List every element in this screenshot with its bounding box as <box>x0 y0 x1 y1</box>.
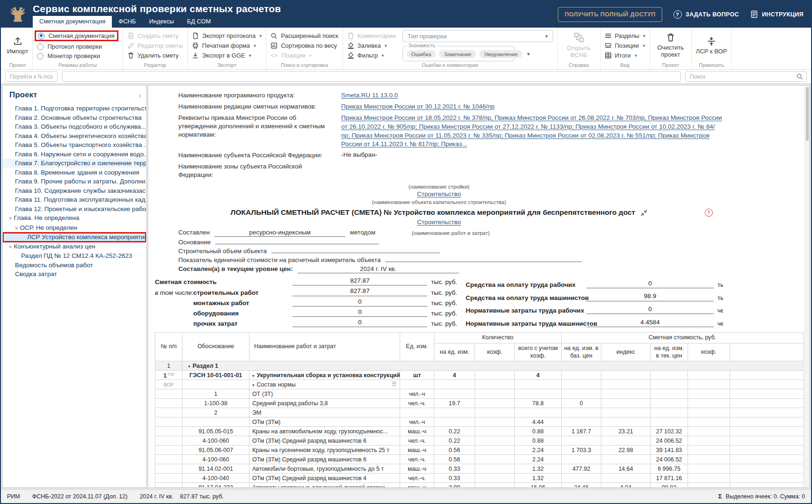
sidebar-item[interactable]: Глава 6. Наружные сети и сооружения водо… <box>3 150 146 159</box>
sidebar-item[interactable]: Глава 7. Благоустройство и озеленение те… <box>3 159 146 168</box>
check-type-select[interactable]: Тип проверки ▾ <box>402 30 553 42</box>
comments-button[interactable]: Комментарии <box>347 32 396 39</box>
button-label: Позиции <box>615 42 639 49</box>
chevron-down-icon[interactable]: ▾ <box>188 364 190 369</box>
open-fsnb-button[interactable]: Открыть ФСНБ <box>562 32 596 59</box>
sidebar-item[interactable]: Глава 8. Временные здания и сооружения <box>3 168 146 177</box>
status-period: 2024 г. IV кв. <box>139 493 173 500</box>
tab-indeksy[interactable]: Индексы <box>142 16 180 28</box>
table-row[interactable]: 91.05.06-007Краны на гусеничном ходу, гр… <box>155 446 804 455</box>
error-indicator-icon[interactable]: ! <box>705 209 713 217</box>
table-row[interactable]: 2ЭМ <box>155 408 804 417</box>
button-label: ЛСР к ВОР <box>696 48 727 55</box>
delete-estimate-button[interactable]: Удалить смету <box>127 52 183 59</box>
document-info: Наименование программного продукта: Smet… <box>155 91 723 179</box>
sort-by-weight-button[interactable]: Сортировка по весу <box>271 42 338 49</box>
program-version-link[interactable]: Smeta.RU 11.13.0.0 <box>341 92 398 99</box>
norm-edit-icon[interactable]: ☰ <box>392 381 396 387</box>
sidebar-item[interactable]: Глава 11. Подготовка эксплуатационных ка… <box>3 195 146 205</box>
ask-question-button[interactable]: ? ЗАДАТЬ ВОПРОС <box>673 10 739 19</box>
vertical-scrollbar[interactable] <box>805 86 809 487</box>
export-protocol-button[interactable]: Экспорт протокола ▾ <box>192 32 262 39</box>
button-label: Открыть ФСНБ <box>562 45 596 59</box>
table-row[interactable]: 4-100-040ОТм (ЗТм) Средний разряд машини… <box>155 474 804 483</box>
table-section-row[interactable]: 1▾Раздел 1 <box>155 361 804 371</box>
sidebar-item[interactable]: ЛСР Устройство комплекса мероприятий для… <box>3 233 146 242</box>
mode-radio-estimate-docs[interactable]: Сметная документация <box>35 30 118 41</box>
table-row[interactable]: 4-100-060ОТм (ЗТм) Средний разряд машини… <box>155 455 804 464</box>
position-button[interactable]: <> Позиция ▾ <box>271 52 338 59</box>
region-value[interactable]: -Не выбран- <box>341 151 723 160</box>
search-input[interactable] <box>685 71 807 82</box>
chip-notification[interactable]: Уведомление <box>479 50 522 58</box>
radio-label: Сметная документация <box>48 32 114 39</box>
sidebar-collapse-icon[interactable]: ‹ <box>139 92 141 99</box>
full-access-button[interactable]: ПОЛУЧИТЬ ПОЛНЫЙ ДОСТУП <box>558 7 662 22</box>
sidebar-item[interactable]: Глава 9. Прочие работы и затраты. Дополн… <box>3 177 146 186</box>
sidebar-item[interactable]: Глава 10. Содержание службы заказчиказас… <box>3 186 146 196</box>
clear-project-button[interactable]: Очистить проект <box>654 33 687 58</box>
chevron-down-icon[interactable]: ˅ <box>15 225 18 231</box>
works-link[interactable]: Строительство <box>417 219 461 226</box>
positions-view-button[interactable]: Позиции ▾ <box>605 42 645 49</box>
sidebar-item[interactable]: ˅ОСР. Не определен <box>3 223 146 233</box>
filter-input[interactable] <box>62 71 681 82</box>
chip-remark[interactable]: Замечание <box>439 50 476 58</box>
sidebar-item[interactable]: Глава 4. Объекты энергетического хозяйст… <box>3 131 146 141</box>
goto-position-input[interactable] <box>5 71 58 82</box>
sidebar-item[interactable]: Глава 3. Объекты подсобного и обслужива.… <box>3 122 146 131</box>
construction-link[interactable]: Строительство <box>417 190 461 197</box>
search-icon[interactable] <box>796 73 803 80</box>
fill-color-button[interactable]: Заливка ▾ <box>347 42 396 49</box>
filter-button[interactable]: Фильтр ▾ <box>347 52 396 59</box>
export-gge-button[interactable]: Экспорт в GGE ▾ <box>192 52 262 59</box>
sidebar-item[interactable]: ˅Конъюнктурный анализ цен <box>3 242 146 252</box>
chevron-down-icon[interactable]: ˅ <box>9 244 12 249</box>
table-row[interactable]: ВОР▾Состав нормы☰ <box>155 380 804 389</box>
sidebar-title: Проект <box>9 90 37 100</box>
table-row[interactable]: 91.05.05-015Краны на автомобильном ходу,… <box>155 427 804 436</box>
edit-estimate-button[interactable]: Редактор сметы <box>127 42 183 49</box>
sidebar-item[interactable]: Глава 5. Объекты транспортного хозяйства… <box>3 140 146 150</box>
tab-fsnb[interactable]: ФСНБ <box>112 16 142 28</box>
bind-lsr-vor-button[interactable]: ЛСР к ВОР <box>696 37 727 55</box>
table-row[interactable]: ОТм (ЗТм)чел.-ч4.44 <box>155 417 804 427</box>
unit-cost-line <box>385 262 582 262</box>
mode-radio-check-protocol[interactable]: Протокол проверки <box>37 43 118 50</box>
collapse-title-icon[interactable] <box>641 210 647 216</box>
button-label: Итоги <box>615 52 631 59</box>
table-row[interactable]: 91.14.02-001Автомобили бортовые, грузопо… <box>155 464 804 474</box>
column-header-index: индекс <box>601 343 651 361</box>
sidebar-item[interactable]: Глава 2. Основные объекты строительства <box>3 113 146 123</box>
sidebar-item[interactable]: Раздел ПД № 12 СМ12.4 КА-252-2623 <box>3 251 146 261</box>
chevron-down-icon[interactable]: ▾ <box>252 383 255 387</box>
table-row[interactable]: 91.17.04-233Аппараты сварочные для ручно… <box>155 483 804 488</box>
table-row[interactable]: 4-100-060ОТм (ЗТм) Средний разряд машини… <box>155 436 804 446</box>
sidebar-item[interactable]: Сводка затрат <box>3 270 146 279</box>
tab-bd-som[interactable]: БД СОМ <box>181 16 218 28</box>
chevron-down-icon[interactable]: ▾ <box>252 373 255 378</box>
chip-error[interactable]: Ошибка <box>407 50 436 58</box>
mode-radio-check-monitor[interactable]: Монитор проверки <box>37 52 118 59</box>
totals-view-button[interactable]: Итоги ▾ <box>605 52 645 59</box>
chevron-down-icon[interactable]: ˅ <box>9 215 12 221</box>
sections-view-button[interactable]: Разделы ▾ <box>605 32 645 39</box>
instruction-button[interactable]: ИНСТРУКЦИЯ <box>750 10 804 18</box>
tab-smetnaya-dokumentatsiya[interactable]: Сметная документация <box>33 16 112 28</box>
advanced-search-button[interactable]: Расширенный поиск <box>271 32 338 39</box>
normative-edition-link[interactable]: Приказ Минстроя России от 30.12.2021 г. … <box>341 103 495 110</box>
import-button[interactable]: Импорт <box>7 37 28 55</box>
table-row[interactable]: 1-100-38Средний разряд работы 3,8чел.-ч.… <box>155 399 804 408</box>
chevron-down-icon[interactable]: ▾ <box>527 51 530 57</box>
sidebar-item[interactable]: Глава 1. Подготовка территории строитель… <box>3 104 146 113</box>
radio-selected-icon <box>38 33 44 39</box>
orders-links[interactable]: Приказ Минстроя России от 18.05.2022 г. … <box>341 114 722 148</box>
table-row[interactable]: 1ОТ (ЗТ)чел.-ч <box>155 389 804 399</box>
create-estimate-button[interactable]: Создать смету <box>127 32 183 39</box>
print-form-button[interactable]: Печатная форма ▾ <box>192 42 262 49</box>
sidebar-item[interactable]: Глава 12. Проектные и изыскательские раб… <box>3 205 146 214</box>
scrollbar-thumb[interactable] <box>806 87 809 141</box>
table-row[interactable]: 1стрГЭСН 10-01-001-01▾Укрупнительная сбо… <box>155 371 804 380</box>
sidebar-item[interactable]: ˅Глава. Не определена <box>3 213 146 223</box>
sidebar-item[interactable]: Ведомость объемов работ <box>3 261 146 270</box>
